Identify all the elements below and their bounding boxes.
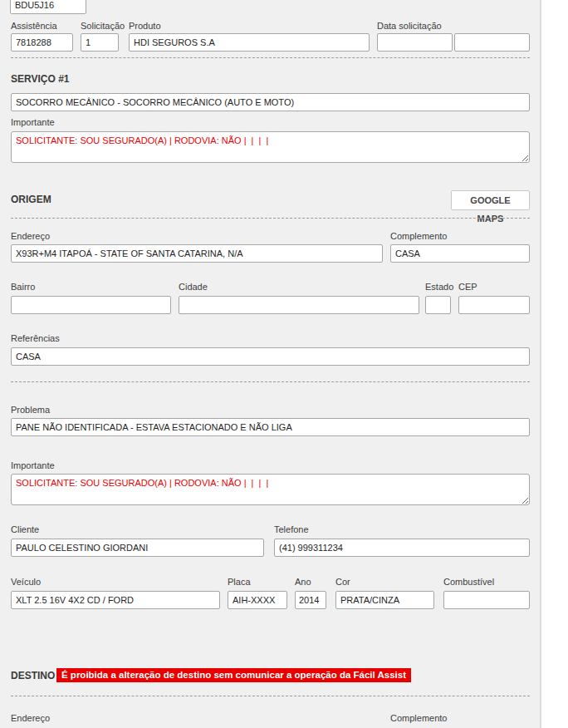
cep-input[interactable] bbox=[458, 296, 530, 314]
telefone-input[interactable] bbox=[274, 539, 530, 557]
combustivel-input[interactable] bbox=[443, 591, 530, 609]
solicitacao-label: Solicitação bbox=[81, 21, 125, 31]
servico-importante-textarea[interactable]: SOLICITANTE: SOU SEGURADO(A) | RODOVIA: … bbox=[11, 131, 530, 163]
placa-input[interactable] bbox=[228, 591, 287, 609]
data-solicitacao-input-1[interactable] bbox=[377, 33, 453, 52]
produto-label: Produto bbox=[129, 21, 161, 31]
referencias-label: Referências bbox=[11, 333, 60, 343]
origem-complemento-label: Complemento bbox=[390, 231, 447, 241]
cidade-label: Cidade bbox=[179, 282, 208, 292]
destino-warning-badge: É proibida a alteração de destino sem co… bbox=[56, 668, 411, 682]
data-solicitacao-label: Data solicitação bbox=[377, 21, 442, 31]
combustivel-label: Combustível bbox=[443, 577, 494, 587]
separator-origem bbox=[11, 218, 530, 219]
solicitacao-input[interactable] bbox=[81, 33, 119, 52]
cliente-label: Cliente bbox=[11, 524, 39, 534]
telefone-label: Telefone bbox=[274, 524, 309, 534]
assistance-form-panel: Assistência Solicitação Produto Data sol… bbox=[0, 0, 541, 728]
origem-endereco-label: Endereço bbox=[11, 231, 50, 241]
origem-importante-textarea[interactable]: SOLICITANTE: SOU SEGURADO(A) | RODOVIA: … bbox=[11, 474, 530, 505]
servico-tipo-input[interactable] bbox=[11, 93, 530, 111]
separator-header bbox=[11, 57, 530, 58]
veiculo-label: Veículo bbox=[11, 577, 41, 587]
referencias-input[interactable] bbox=[11, 347, 530, 366]
ano-label: Ano bbox=[295, 577, 311, 587]
servico-title: SERVIÇO #1 bbox=[11, 73, 69, 85]
separator-destino bbox=[11, 696, 530, 696]
ano-input[interactable] bbox=[295, 591, 326, 609]
cep-label: CEP bbox=[458, 282, 477, 292]
placa-label: Placa bbox=[228, 577, 251, 587]
data-solicitacao-input-2[interactable] bbox=[454, 33, 530, 52]
veiculo-input[interactable] bbox=[11, 591, 220, 609]
cor-label: Cor bbox=[335, 577, 350, 587]
servico-importante-label: Importante bbox=[11, 117, 55, 127]
bairro-label: Bairro bbox=[11, 282, 35, 292]
assistencia-input[interactable] bbox=[11, 33, 73, 52]
assistencia-label: Assistência bbox=[11, 21, 57, 31]
bairro-input[interactable] bbox=[11, 296, 171, 314]
destino-title: DESTINO bbox=[11, 670, 55, 681]
cliente-input[interactable] bbox=[11, 539, 264, 557]
estado-input[interactable] bbox=[425, 296, 451, 314]
problema-input[interactable] bbox=[11, 418, 530, 436]
destino-complemento-label: Complemento bbox=[390, 713, 447, 723]
cor-input[interactable] bbox=[335, 591, 434, 609]
cidade-input[interactable] bbox=[179, 296, 419, 314]
google-maps-button[interactable]: GOOGLE MAPS bbox=[451, 190, 530, 210]
origem-endereco-input[interactable] bbox=[11, 244, 383, 263]
origem-title: ORIGEM bbox=[11, 194, 51, 205]
produto-input[interactable] bbox=[129, 33, 370, 52]
separator-problema bbox=[11, 381, 530, 382]
origem-importante-label: Importante bbox=[11, 460, 55, 470]
plate-input[interactable] bbox=[10, 0, 86, 14]
destino-endereco-label: Endereço bbox=[11, 713, 50, 723]
problema-label: Problema bbox=[11, 405, 50, 415]
origem-complemento-input[interactable] bbox=[390, 244, 530, 263]
estado-label: Estado bbox=[425, 282, 453, 292]
